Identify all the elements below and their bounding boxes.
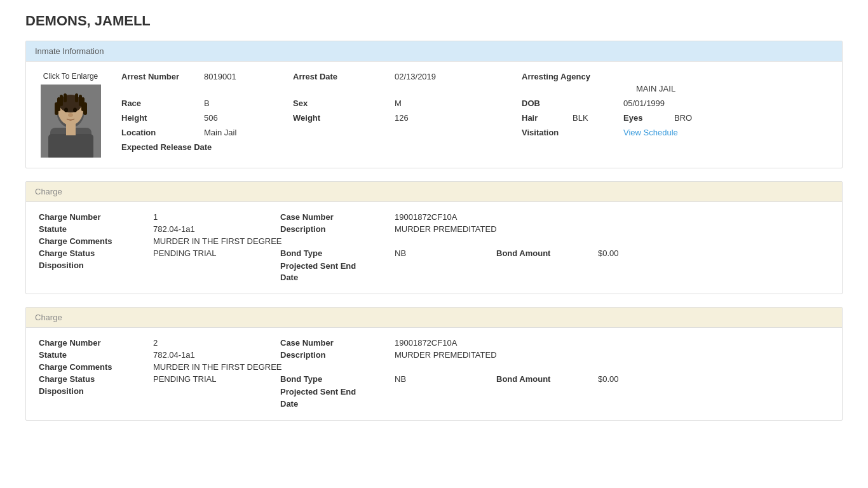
location-value: Main Jail: [204, 128, 293, 137]
charge2-case-value: 19001872CF10A: [395, 338, 829, 348]
charge1-row2: Statute 782.04-1a1 Description MURDER PR…: [39, 224, 829, 234]
charge1-body: Charge Number 1 Case Number 19001872CF10…: [26, 202, 842, 294]
charge1-section: Charge Charge Number 1 Case Number 19001…: [25, 181, 843, 294]
charge1-comments-value: MURDER IN THE FIRST DEGREE: [153, 236, 829, 246]
charge2-description-label: Description: [280, 350, 395, 360]
charge2-row5: Disposition Projected Sent EndDate: [39, 386, 829, 409]
charge2-statute-value: 782.04-1a1: [153, 350, 280, 360]
charge2-status-value: PENDING TRIAL: [153, 374, 280, 384]
page-title: DEMONS, JAMELL: [25, 13, 843, 29]
charge1-statute-label: Statute: [39, 224, 153, 234]
dob-value: 05/01/1999: [623, 98, 829, 108]
expected-release-label: Expected Release Date: [121, 142, 236, 152]
charge2-statute-label: Statute: [39, 350, 153, 360]
charge2-number-value: 2: [153, 338, 280, 348]
race-value: B: [204, 98, 293, 108]
arrest-number-label: Arrest Number: [121, 72, 204, 81]
visitation-label: Visitation: [522, 128, 623, 137]
charge2-row1: Charge Number 2 Case Number 19001872CF10…: [39, 338, 829, 348]
dob-label: DOB: [522, 98, 623, 108]
charge2-row4: Charge Status PENDING TRIAL Bond Type NB…: [39, 374, 829, 384]
charge1-bondamount-label: Bond Amount: [496, 248, 598, 258]
inmate-layout: Click To Enlarge: [39, 72, 829, 158]
charge2-comments-label: Charge Comments: [39, 362, 153, 372]
weight-value: 126: [395, 113, 522, 123]
sex-value: M: [395, 98, 522, 108]
inmate-info-fields: Arrest Number 8019001 Arrest Date 02/13/…: [121, 72, 829, 152]
hair-value: BLK: [573, 113, 623, 123]
inmate-row3: Height 506 Weight 126 Hair BLK Eyes BRO: [121, 113, 829, 123]
charge2-row3: Charge Comments MURDER IN THE FIRST DEGR…: [39, 362, 829, 372]
charge1-status-label: Charge Status: [39, 248, 153, 258]
inmate-row2: Race B Sex M DOB 05/01/1999: [121, 98, 829, 108]
charge2-comments-value: MURDER IN THE FIRST DEGREE: [153, 362, 829, 372]
charge2-section: Charge Charge Number 2 Case Number 19001…: [25, 307, 843, 420]
charge2-disposition-label: Disposition: [39, 386, 153, 409]
charge1-header: Charge: [26, 182, 842, 202]
charge1-row3: Charge Comments MURDER IN THE FIRST DEGR…: [39, 236, 829, 246]
race-label: Race: [121, 98, 204, 108]
charge1-bondtype-label: Bond Type: [280, 248, 395, 258]
arrest-number-value: 8019001: [204, 72, 293, 81]
charge2-bondtype-value: NB: [395, 374, 496, 384]
svg-point-7: [68, 113, 73, 117]
visitation-link[interactable]: View Schedule: [623, 128, 829, 137]
height-label: Height: [121, 113, 204, 123]
arrest-date-value: 02/13/2019: [395, 72, 522, 81]
photo-column: Click To Enlarge: [39, 72, 102, 158]
click-enlarge-label[interactable]: Click To Enlarge: [43, 72, 98, 81]
inmate-row5: Expected Release Date: [121, 142, 829, 152]
charge1-row5: Disposition Projected Sent EndDate: [39, 261, 829, 283]
height-value: 506: [204, 113, 293, 123]
eyes-value: BRO: [674, 113, 829, 123]
charge1-statute-value: 782.04-1a1: [153, 224, 280, 234]
svg-rect-16: [48, 134, 93, 158]
charge1-number-label: Charge Number: [39, 212, 153, 222]
svg-rect-13: [79, 95, 82, 106]
charge2-number-label: Charge Number: [39, 338, 153, 348]
charge1-case-label: Case Number: [280, 212, 395, 222]
charge2-bondamount-label: Bond Amount: [496, 374, 598, 384]
svg-rect-15: [75, 93, 78, 102]
arresting-agency-label: Arresting Agency: [522, 72, 636, 81]
charge2-header: Charge: [26, 308, 842, 328]
charge2-row2: Statute 782.04-1a1 Description MURDER PR…: [39, 350, 829, 360]
arresting-agency-value: [636, 72, 829, 81]
charge1-disposition-label: Disposition: [39, 261, 153, 283]
charge2-bondtype-label: Bond Type: [280, 374, 395, 384]
inmate-row1b: MAIN JAIL: [121, 84, 829, 93]
charge1-status-value: PENDING TRIAL: [153, 248, 280, 258]
svg-point-6: [73, 108, 77, 112]
svg-point-5: [64, 108, 68, 112]
inmate-row4: Location Main Jail Visitation View Sched…: [121, 128, 829, 137]
charge1-bondamount-value: $0.00: [598, 248, 829, 258]
charge2-case-label: Case Number: [280, 338, 395, 348]
arresting-agency-value2: MAIN JAIL: [636, 84, 829, 93]
svg-rect-17: [66, 124, 76, 135]
charge1-description-label: Description: [280, 224, 395, 234]
inmate-photo[interactable]: [41, 85, 101, 158]
expected-release-value: [236, 142, 829, 152]
charge1-projected-label: Projected Sent EndDate: [280, 261, 395, 283]
charge2-status-label: Charge Status: [39, 374, 153, 384]
charge1-row1: Charge Number 1 Case Number 19001872CF10…: [39, 212, 829, 222]
charge2-disposition-value: [153, 386, 280, 409]
charge1-projected-value: [395, 261, 829, 283]
hair-label: Hair: [522, 113, 573, 123]
charge2-description-value: MURDER PREMEDITATED: [395, 350, 829, 360]
inmate-info-section: Inmate Information Click To Enlarge: [25, 41, 843, 168]
charge2-bondamount-value: $0.00: [598, 374, 829, 384]
charge1-case-value: 19001872CF10A: [395, 212, 829, 222]
charge1-comments-label: Charge Comments: [39, 236, 153, 246]
weight-label: Weight: [293, 113, 395, 123]
charge1-row4: Charge Status PENDING TRIAL Bond Type NB…: [39, 248, 829, 258]
location-label: Location: [121, 128, 204, 137]
charge1-description-value: MURDER PREMEDITATED: [395, 224, 829, 234]
charge2-projected-label: Projected Sent EndDate: [280, 386, 395, 409]
charge1-bondtype-value: NB: [395, 248, 496, 258]
inmate-section-header: Inmate Information: [26, 41, 842, 62]
arrest-date-label: Arrest Date: [293, 72, 395, 81]
charge2-body: Charge Number 2 Case Number 19001872CF10…: [26, 328, 842, 419]
eyes-label: Eyes: [623, 113, 674, 123]
charge1-number-value: 1: [153, 212, 280, 222]
